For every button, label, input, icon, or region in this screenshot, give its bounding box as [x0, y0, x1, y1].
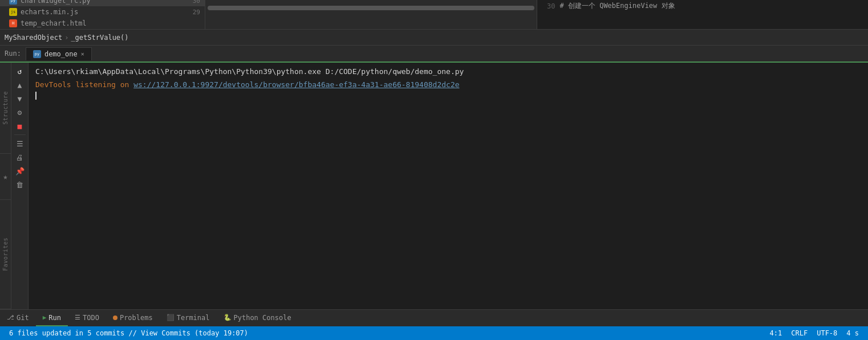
- code-line-30: 30 # 创建一个 QWebEngineView 对象: [537, 0, 869, 12]
- console-devtools-line: DevTools listening on ws://127.0.0.1:992…: [35, 80, 861, 89]
- filter-button[interactable]: ☰: [14, 137, 26, 150]
- tab-problems[interactable]: Problems: [106, 310, 160, 326]
- status-encoding[interactable]: UTF-8: [812, 329, 842, 337]
- files-list: py chartWidget_rc.py 30 js echarts.min.j…: [0, 0, 205, 29]
- file-name-chartwidget: chartWidget_rc.py: [21, 0, 91, 5]
- tab-run[interactable]: ▶ Run: [36, 310, 68, 326]
- html-file-icon: H: [9, 19, 17, 27]
- favorites-panel[interactable]: ★: [0, 154, 11, 200]
- status-line-ending[interactable]: CRLF: [786, 329, 812, 337]
- favorites-star-icon: ★: [3, 172, 7, 181]
- status-position[interactable]: 4:1: [765, 329, 787, 337]
- tab-git[interactable]: ⎇ Git: [0, 310, 36, 326]
- main-scroll-area: Structure ★ Favorites ↺ ▲ ▼ ⚙ ■ ☰ 🖨 📌 🗑 …: [0, 63, 868, 309]
- structure-panel[interactable]: Structure: [0, 63, 11, 154]
- status-position-text: 4:1: [770, 329, 782, 337]
- console-output-area: C:\Users\rkiam\AppData\Local\Programs\Py…: [29, 63, 868, 309]
- status-bar: 6 files updated in 5 commits // View Com…: [0, 326, 868, 340]
- run-tab-python-icon: py: [33, 50, 41, 58]
- bottom-tool-tabs: ⎇ Git ▶ Run ☰ TODO Problems ⬛ Terminal 🐍…: [0, 309, 868, 326]
- status-git-text: 6 files updated in 5 commits // View Com…: [9, 329, 248, 337]
- python-file-icon: py: [9, 0, 17, 5]
- left-files-area: py chartWidget_rc.py 30 js echarts.min.j…: [0, 0, 205, 29]
- problems-dot: [113, 316, 117, 320]
- tab-todo-label: TODO: [83, 314, 99, 322]
- js-file-icon: js: [9, 8, 17, 16]
- status-bar-right: 4:1 CRLF UTF-8 4 s: [765, 329, 863, 337]
- left-side-panels: Structure ★ Favorites: [0, 63, 11, 309]
- todo-icon: ☰: [75, 314, 80, 321]
- settings-button[interactable]: ⚙: [14, 106, 26, 118]
- code-text-30: # 创建一个 QWebEngineView 对象: [560, 1, 675, 11]
- file-name-echarts: echarts.min.js: [21, 8, 78, 16]
- file-item-chartwidget[interactable]: py chartWidget_rc.py 30: [0, 0, 205, 6]
- file-item-echarts[interactable]: js echarts.min.js 29: [0, 6, 205, 18]
- scroll-up-button[interactable]: ▲: [14, 79, 26, 91]
- status-indent[interactable]: 4 s: [842, 329, 863, 337]
- center-editor-scrollbar: [205, 0, 537, 29]
- scroll-down-button[interactable]: ▼: [14, 92, 26, 105]
- breadcrumb-method: _getStrValue(): [71, 34, 128, 42]
- editor-breadcrumb: MySharedObject › _getStrValue(): [0, 30, 868, 46]
- terminal-icon: ⬛: [167, 314, 175, 321]
- devtools-prefix: DevTools listening on: [35, 80, 133, 89]
- console-cursor-line: [35, 91, 861, 100]
- file-line-num-echarts: 29: [193, 9, 200, 16]
- tab-git-label: Git: [17, 314, 29, 322]
- top-split: py chartWidget_rc.py 30 js echarts.min.j…: [0, 0, 868, 30]
- rerun-button[interactable]: ↺: [14, 65, 26, 77]
- tab-python-console[interactable]: 🐍 Python Console: [217, 310, 298, 326]
- file-item-temp[interactable]: H temp_echart.html: [0, 18, 205, 29]
- favorites-label-panel[interactable]: Favorites: [0, 200, 11, 309]
- tab-terminal-label: Terminal: [177, 314, 210, 322]
- breadcrumb-object: MySharedObject: [5, 34, 62, 42]
- toolbar-separator: [14, 134, 26, 135]
- run-toolbar: ↺ ▲ ▼ ⚙ ■ ☰ 🖨 📌 🗑: [11, 63, 29, 309]
- console-command-path: C:\Users\rkiam\AppData\Local\Programs\Py…: [35, 67, 861, 76]
- line-number-30: 30: [542, 2, 555, 10]
- run-label: Run:: [5, 50, 21, 58]
- run-panel-header: Run: py demo_one ✕: [0, 46, 868, 63]
- file-line-num-chartwidget: 30: [193, 0, 200, 5]
- devtools-url-link[interactable]: ws://127.0.0.1:9927/devtools/browser/bfb…: [133, 80, 459, 89]
- tab-terminal[interactable]: ⬛ Terminal: [160, 310, 217, 326]
- favorites-label: Favorites: [2, 237, 9, 271]
- file-name-temp: temp_echart.html: [21, 19, 87, 27]
- python-console-icon: 🐍: [224, 314, 232, 321]
- tab-problems-label: Problems: [120, 314, 153, 322]
- run-tab-name: demo_one: [44, 50, 78, 58]
- tab-run-label: Run: [48, 314, 61, 322]
- run-tab-demo-one[interactable]: py demo_one ✕: [26, 47, 92, 60]
- pin-button[interactable]: 📌: [14, 165, 26, 177]
- delete-button[interactable]: 🗑: [14, 178, 26, 191]
- git-icon: ⎇: [7, 314, 14, 321]
- print-button[interactable]: 🖨: [14, 151, 26, 163]
- status-encoding-text: UTF-8: [817, 329, 837, 337]
- right-code-area-top: 30 # 创建一个 QWebEngineView 对象: [537, 0, 869, 29]
- tab-todo[interactable]: ☰ TODO: [68, 310, 106, 326]
- tab-python-console-label: Python Console: [234, 314, 291, 322]
- cursor-blink: [35, 92, 36, 100]
- structure-label: Structure: [2, 91, 9, 125]
- status-indent-text: 4 s: [846, 329, 859, 337]
- run-tab-close-button[interactable]: ✕: [81, 51, 84, 57]
- breadcrumb-separator: ›: [64, 34, 68, 42]
- run-icon: ▶: [43, 314, 47, 321]
- stop-button[interactable]: ■: [14, 120, 26, 132]
- status-git-info[interactable]: 6 files updated in 5 commits // View Com…: [5, 326, 253, 340]
- status-line-ending-text: CRLF: [791, 329, 808, 337]
